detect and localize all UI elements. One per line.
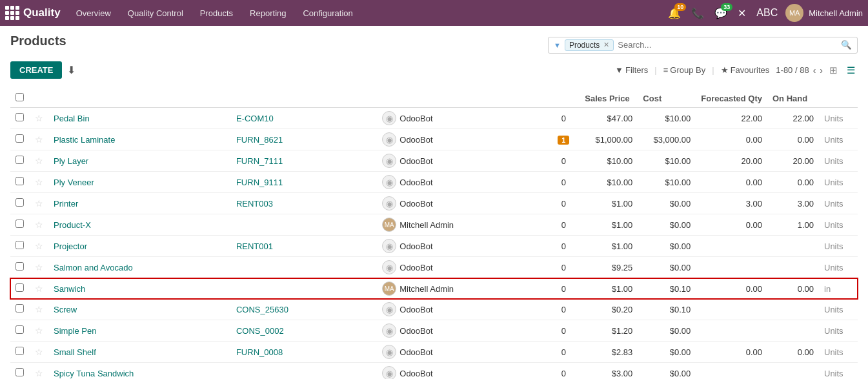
star-toggle[interactable]: ☆ [35,304,43,314]
row-checkbox[interactable] [15,304,24,312]
product-ref[interactable]: FURN_0008 [236,347,283,357]
product-ref[interactable]: E-COM10 [236,114,274,123]
row-star-cell[interactable]: ☆ [30,236,48,257]
product-name-cell[interactable]: Product-X [48,214,231,236]
product-ref[interactable]: FURN_7111 [236,156,283,166]
product-name-cell[interactable]: Ply Layer [48,150,231,172]
row-checkbox-cell[interactable] [10,363,30,380]
row-checkbox-cell[interactable] [10,193,30,214]
row-checkbox[interactable] [15,156,24,164]
row-checkbox-cell[interactable] [10,108,30,129]
product-name[interactable]: Screw [54,305,77,314]
chat-button[interactable]: 💬 33 [712,6,730,21]
nav-item-quality-control[interactable]: Quality Control [120,5,191,22]
table-row[interactable]: ☆ Salmon and Avocado ◉OdooBot 0 $9.25 $0… [10,257,858,278]
close-button[interactable]: ✕ [735,6,749,21]
product-name[interactable]: Plastic Laminate [54,135,115,145]
row-star-cell[interactable]: ☆ [30,342,48,363]
row-checkbox[interactable] [15,220,24,228]
row-checkbox-cell[interactable] [10,342,30,363]
row-checkbox-cell[interactable] [10,214,30,236]
notifications-button[interactable]: 🔔 10 [665,6,683,21]
table-row[interactable]: ☆ Printer RENT003 ◉OdooBot 0 $1.00 $0.00… [10,193,858,214]
username[interactable]: Mitchell Admin [809,8,863,18]
product-ref[interactable]: FURN_8621 [236,135,283,145]
table-row[interactable]: ☆ Ply Layer FURN_7111 ◉OdooBot 0 $10.00 … [10,150,858,172]
row-checkbox[interactable] [15,262,24,271]
search-tag-products[interactable]: Products ✕ [565,39,614,51]
search-tag-remove[interactable]: ✕ [603,41,609,49]
product-name[interactable]: Ply Layer [54,156,88,166]
product-name[interactable]: Product-X [54,220,91,230]
phone-button[interactable]: 📞 [689,6,707,21]
star-toggle[interactable]: ☆ [35,113,43,123]
row-checkbox-cell[interactable] [10,299,30,320]
row-checkbox[interactable] [15,134,24,143]
groupby-button[interactable]: ≡ Group By [660,63,710,77]
nav-item-products[interactable]: Products [192,5,241,22]
product-name-cell[interactable]: Pedal Bin [48,108,231,129]
star-toggle[interactable]: ☆ [35,198,43,209]
product-name[interactable]: Ply Veneer [54,178,94,187]
row-checkbox[interactable] [15,325,24,334]
row-star-cell[interactable]: ☆ [30,278,48,300]
list-view-button[interactable]: ☰ [844,63,858,77]
search-button[interactable]: 🔍 [841,40,852,50]
avatar[interactable]: MA [785,4,803,22]
row-star-cell[interactable]: ☆ [30,299,48,320]
nav-item-overview[interactable]: Overview [68,5,119,22]
product-name-cell[interactable]: Plastic Laminate [48,129,231,150]
row-checkbox-cell[interactable] [10,278,30,300]
row-checkbox-cell[interactable] [10,172,30,193]
product-ref[interactable]: CONS_25630 [236,305,288,314]
row-checkbox-cell[interactable] [10,257,30,278]
favourites-button[interactable]: ★ Favourites [717,63,774,77]
table-row[interactable]: ☆ Projector RENT001 ◉OdooBot 0 $1.00 $0.… [10,236,858,257]
row-checkbox-cell[interactable] [10,320,30,342]
download-button[interactable]: ⬇ [67,64,76,76]
product-name[interactable]: Pedal Bin [54,114,90,123]
table-row[interactable]: ☆ Plastic Laminate FURN_8621 ◉OdooBot 1 … [10,129,858,150]
row-star-cell[interactable]: ☆ [30,363,48,380]
star-toggle[interactable]: ☆ [35,347,43,357]
row-star-cell[interactable]: ☆ [30,172,48,193]
product-name[interactable]: Spicy Tuna Sandwich [54,369,134,378]
search-input[interactable] [618,40,837,50]
row-checkbox-cell[interactable] [10,129,30,150]
star-toggle[interactable]: ☆ [35,220,43,230]
kanban-view-button[interactable]: ⊞ [827,63,840,77]
row-checkbox-cell[interactable] [10,236,30,257]
row-star-cell[interactable]: ☆ [30,193,48,214]
table-row[interactable]: ☆ Simple Pen CONS_0002 ◉OdooBot 0 $1.20 … [10,320,858,342]
product-name[interactable]: Salmon and Avocado [54,263,133,272]
row-star-cell[interactable]: ☆ [30,129,48,150]
nav-item-configuration[interactable]: Configuration [295,5,360,22]
app-logo[interactable]: Quality [5,6,61,20]
product-name-cell[interactable]: Salmon and Avocado [48,257,231,278]
prev-page-button[interactable]: ‹ [813,65,816,76]
row-checkbox[interactable] [15,113,24,121]
row-checkbox[interactable] [15,368,24,376]
product-name[interactable]: Sanwich [54,284,85,294]
table-row[interactable]: ☆ Screw CONS_25630 ◉OdooBot 0 $0.20 $0.1… [10,299,858,320]
row-checkbox[interactable] [15,198,24,207]
star-toggle[interactable]: ☆ [35,156,43,166]
product-name-cell[interactable]: Sanwich [48,278,231,300]
row-checkbox[interactable] [15,177,24,185]
product-name-cell[interactable]: Projector [48,236,231,257]
product-name-cell[interactable]: Small Shelf [48,342,231,363]
row-checkbox[interactable] [15,283,24,292]
star-toggle[interactable]: ☆ [35,177,43,187]
row-star-cell[interactable]: ☆ [30,150,48,172]
row-star-cell[interactable]: ☆ [30,214,48,236]
product-ref[interactable]: FURN_9111 [236,178,283,187]
product-ref[interactable]: RENT001 [236,241,273,251]
table-row[interactable]: ☆ Ply Veneer FURN_9111 ◉OdooBot 0 $10.00… [10,172,858,193]
product-name-cell[interactable]: Screw [48,299,231,320]
product-name-cell[interactable]: Spicy Tuna Sandwich [48,363,231,380]
product-name[interactable]: Small Shelf [54,347,96,357]
product-name[interactable]: Projector [54,241,87,251]
star-toggle[interactable]: ☆ [35,368,43,378]
select-all-checkbox[interactable] [15,93,24,101]
app-switcher-button[interactable]: ABC [754,6,780,20]
